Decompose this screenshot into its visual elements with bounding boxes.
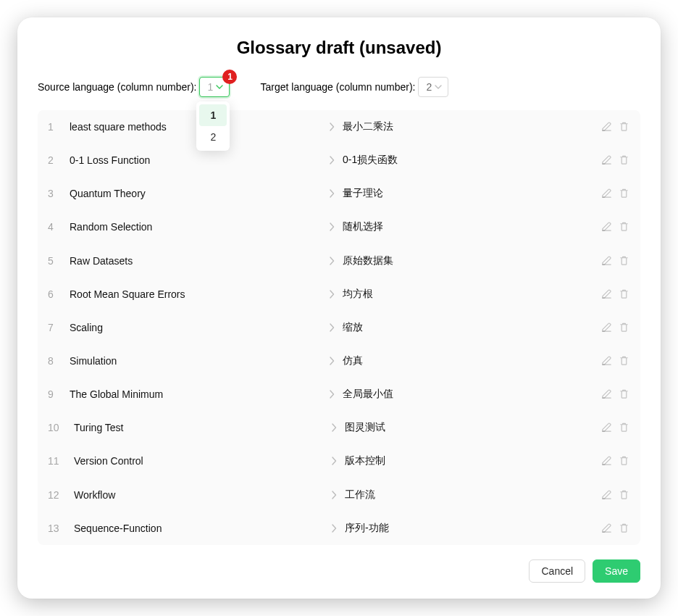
column-selectors-row: Source language (column number): 1 1 1 2… <box>17 77 661 97</box>
row-number: 12 <box>48 489 74 501</box>
table-row: 13Sequence-Function序列-功能 <box>38 512 640 545</box>
source-language-dropdown: 1 2 <box>196 101 230 151</box>
delete-icon[interactable] <box>619 221 630 233</box>
target-term: 工作流 <box>343 488 595 501</box>
edit-icon[interactable] <box>601 422 613 433</box>
target-term: 版本控制 <box>343 454 595 467</box>
edit-icon[interactable] <box>601 388 613 400</box>
row-number: 10 <box>48 422 74 433</box>
edit-icon[interactable] <box>601 523 613 534</box>
row-actions <box>595 288 630 300</box>
edit-icon[interactable] <box>601 188 613 199</box>
delete-icon[interactable] <box>619 121 630 133</box>
delete-icon[interactable] <box>619 523 630 534</box>
modal-title: Glossary draft (unsaved) <box>17 38 661 58</box>
chevron-right-icon <box>322 189 341 198</box>
row-number: 13 <box>48 523 74 534</box>
chevron-right-icon <box>322 257 341 265</box>
target-term: 缩放 <box>341 321 595 334</box>
glossary-draft-modal: Glossary draft (unsaved) Source language… <box>17 17 661 599</box>
source-term: Random Selection <box>70 221 322 233</box>
modal-footer: Cancel Save <box>17 545 661 599</box>
source-term: 0-1 Loss Function <box>70 154 322 166</box>
dropdown-option-1[interactable]: 1 <box>199 104 227 126</box>
delete-icon[interactable] <box>619 422 630 433</box>
edit-icon[interactable] <box>601 355 613 367</box>
row-actions <box>595 388 630 400</box>
edit-icon[interactable] <box>601 255 613 267</box>
glossary-table: 1least square methods最小二乘法20-1 Loss Func… <box>38 110 640 545</box>
source-language-selector-group: Source language (column number): 1 1 1 2 <box>38 77 230 97</box>
chevron-right-icon <box>322 156 341 165</box>
edit-icon[interactable] <box>601 121 613 133</box>
delete-icon[interactable] <box>619 489 630 501</box>
delete-icon[interactable] <box>619 188 630 199</box>
source-term: The Global Minimum <box>70 388 322 400</box>
delete-icon[interactable] <box>619 355 630 367</box>
delete-icon[interactable] <box>619 288 630 300</box>
chevron-down-icon <box>216 83 223 91</box>
edit-icon[interactable] <box>601 322 613 333</box>
chevron-right-icon <box>322 222 341 231</box>
target-term: 仿真 <box>341 354 595 367</box>
save-button[interactable]: Save <box>593 559 640 583</box>
target-term: 量子理论 <box>341 187 595 200</box>
row-actions <box>595 455 630 467</box>
source-term: Sequence-Function <box>74 523 325 534</box>
chevron-right-icon <box>322 122 341 131</box>
row-actions <box>595 322 630 333</box>
source-language-label: Source language (column number): <box>38 81 196 93</box>
row-number: 6 <box>48 288 70 300</box>
table-row: 1least square methods最小二乘法 <box>38 110 640 143</box>
delete-icon[interactable] <box>619 388 630 400</box>
target-term: 0-1损失函数 <box>341 154 595 167</box>
chevron-right-icon <box>322 357 341 365</box>
chevron-right-icon <box>325 423 343 432</box>
target-language-select[interactable]: 2 <box>418 77 448 97</box>
source-term: Root Mean Square Errors <box>70 288 322 300</box>
dropdown-option-2[interactable]: 2 <box>199 126 227 148</box>
delete-icon[interactable] <box>619 255 630 267</box>
source-language-select-value: 1 <box>207 81 213 93</box>
table-row: 20-1 Loss Function0-1损失函数 <box>38 143 640 177</box>
target-term: 随机选择 <box>341 220 595 233</box>
edit-icon[interactable] <box>601 154 613 166</box>
target-language-label: Target language (column number): <box>260 81 415 93</box>
row-number: 1 <box>48 121 70 133</box>
row-number: 2 <box>48 154 70 166</box>
table-row: 3Quantum Theory量子理论 <box>38 177 640 210</box>
chevron-right-icon <box>322 390 341 399</box>
delete-icon[interactable] <box>619 322 630 333</box>
target-term: 图灵测试 <box>343 421 595 434</box>
row-number: 4 <box>48 221 70 233</box>
table-row: 11Version Control版本控制 <box>38 444 640 478</box>
table-row: 7Scaling缩放 <box>38 311 640 344</box>
delete-icon[interactable] <box>619 455 630 467</box>
edit-icon[interactable] <box>601 221 613 233</box>
cancel-button[interactable]: Cancel <box>529 559 585 583</box>
row-actions <box>595 255 630 267</box>
chevron-down-icon <box>435 83 442 91</box>
source-selector-badge: 1 <box>222 70 237 84</box>
row-actions <box>595 154 630 166</box>
source-term: Version Control <box>74 455 325 467</box>
table-row: 9The Global Minimum全局最小值 <box>38 378 640 411</box>
table-row: 12Workflow工作流 <box>38 478 640 512</box>
target-language-selector-group: Target language (column number): 2 <box>260 77 448 97</box>
edit-icon[interactable] <box>601 288 613 300</box>
row-number: 11 <box>48 455 74 467</box>
row-actions <box>595 422 630 433</box>
row-number: 8 <box>48 355 70 367</box>
edit-icon[interactable] <box>601 455 613 467</box>
row-number: 7 <box>48 322 70 333</box>
row-actions <box>595 489 630 501</box>
source-term: Workflow <box>74 489 325 501</box>
edit-icon[interactable] <box>601 489 613 501</box>
delete-icon[interactable] <box>619 154 630 166</box>
row-number: 9 <box>48 388 70 400</box>
table-row: 6Root Mean Square Errors均方根 <box>38 278 640 311</box>
row-actions <box>595 355 630 367</box>
source-term: Raw Datasets <box>70 255 322 267</box>
row-number: 5 <box>48 255 70 267</box>
target-term: 最小二乘法 <box>341 120 595 133</box>
